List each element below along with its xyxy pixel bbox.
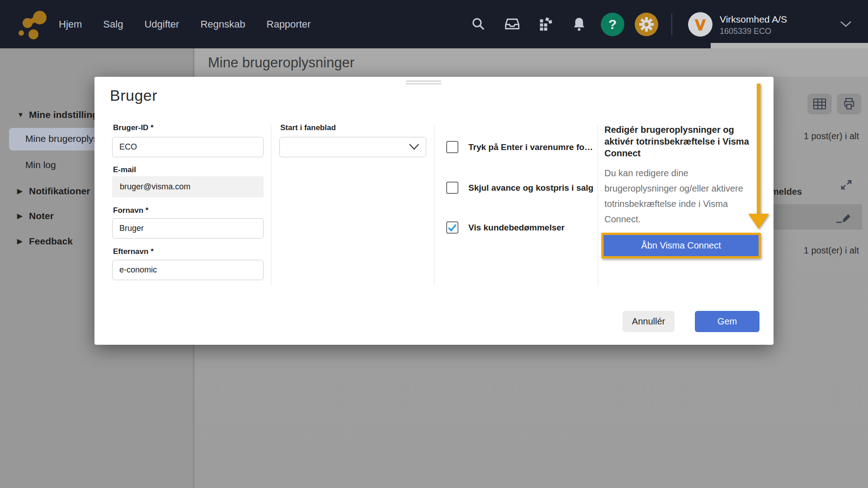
nav-item-regnskab[interactable]: Regnskab: [200, 19, 245, 30]
edit-icon[interactable]: [835, 212, 853, 224]
save-button[interactable]: Gem: [695, 311, 760, 332]
connect-description: Du kan redigere dine brugeroplysninger o…: [604, 165, 754, 227]
posts-count: 1 post(er) i alt: [769, 245, 859, 256]
triangle-right-icon: ▶: [17, 187, 23, 195]
main-menu: Hjem Salg Udgifter Regnskab Rapporter: [59, 0, 311, 48]
triangle-right-icon: ▶: [17, 212, 23, 220]
checkbox-unchecked-icon[interactable]: [446, 141, 458, 153]
nav-item-hjem[interactable]: Hjem: [59, 19, 82, 30]
checkbox-skjul-avance[interactable]: Skjul avance og kostpris i salg: [446, 182, 594, 194]
column-divider: [598, 125, 598, 286]
apps-icon[interactable]: [536, 14, 556, 34]
annotation-arrowhead-icon: [748, 214, 769, 229]
column-divider: [434, 125, 434, 286]
email-field: [112, 176, 264, 197]
connect-heading: Redigér brugeroplysninger og aktivér tot…: [604, 124, 764, 159]
company-id: 1605339 ECO: [720, 27, 771, 36]
e-conomic-logo-icon[interactable]: [16, 9, 50, 40]
notifications-icon[interactable]: [569, 14, 589, 34]
nav-divider: [671, 14, 672, 35]
triangle-down-icon: ▼: [17, 111, 24, 118]
content-top-edge: [711, 43, 868, 48]
checkbox-vis-kundebedommelser[interactable]: Vis kundebedømmelser: [446, 221, 565, 234]
nav-item-salg[interactable]: Salg: [103, 19, 123, 30]
inbox-icon[interactable]: [502, 14, 522, 34]
partial-column-header: meldes: [771, 187, 802, 197]
annotation-arrow: [757, 84, 760, 214]
email-label: E-mail: [113, 165, 136, 174]
avatar[interactable]: [688, 12, 712, 37]
help-icon[interactable]: ?: [601, 13, 624, 36]
first-name-label: Fornavn *: [113, 206, 148, 215]
search-icon[interactable]: [468, 14, 488, 34]
sidebar-item-min-log[interactable]: Min log: [25, 160, 56, 170]
open-visma-connect-button[interactable]: Åbn Visma Connect: [604, 235, 759, 256]
start-tab-select[interactable]: [279, 137, 426, 157]
chevron-down-icon[interactable]: [840, 21, 852, 27]
screen: Hjem Salg Udgifter Regnskab Rapporter: [0, 0, 868, 488]
first-name-field[interactable]: [112, 218, 264, 239]
checkbox-checked-icon[interactable]: [446, 221, 458, 234]
annotation-highlight-frame: Åbn Visma Connect: [601, 233, 761, 258]
posts-count: 1 post(er) i alt: [769, 131, 859, 141]
checkbox-enter-varenumre[interactable]: Tryk på Enter i varenumre fo…: [446, 141, 593, 153]
column-divider: [271, 125, 271, 286]
company-name: Virksomhed A/S: [720, 14, 787, 25]
user-dialog: Bruger Bruger-ID * E-mail Fornavn * Efte…: [94, 77, 774, 345]
print-button[interactable]: [837, 94, 861, 114]
start-tab-label: Start i faneblad: [280, 123, 336, 132]
user-id-label: Bruger-ID *: [113, 123, 154, 132]
page-title: Mine brugeroplysninger: [208, 55, 354, 71]
help-question-glyph: ?: [609, 17, 617, 32]
nav-item-rapporter[interactable]: Rapporter: [267, 19, 311, 30]
triangle-right-icon: ▶: [17, 237, 23, 245]
expand-icon[interactable]: [840, 178, 853, 191]
nav-item-udgifter[interactable]: Udgifter: [144, 19, 179, 30]
drag-handle[interactable]: [406, 79, 441, 85]
last-name-label: Efternavn *: [113, 247, 154, 256]
last-name-field[interactable]: [112, 260, 264, 280]
chevron-down-icon: [409, 143, 420, 150]
settings-icon[interactable]: [635, 13, 658, 36]
user-id-field[interactable]: [112, 137, 264, 157]
top-nav: Hjem Salg Udgifter Regnskab Rapporter: [0, 0, 868, 48]
table-view-button[interactable]: [807, 94, 832, 114]
cancel-button[interactable]: Annullér: [623, 311, 675, 332]
dialog-title: Bruger: [110, 87, 157, 104]
checkbox-unchecked-icon[interactable]: [446, 182, 458, 194]
